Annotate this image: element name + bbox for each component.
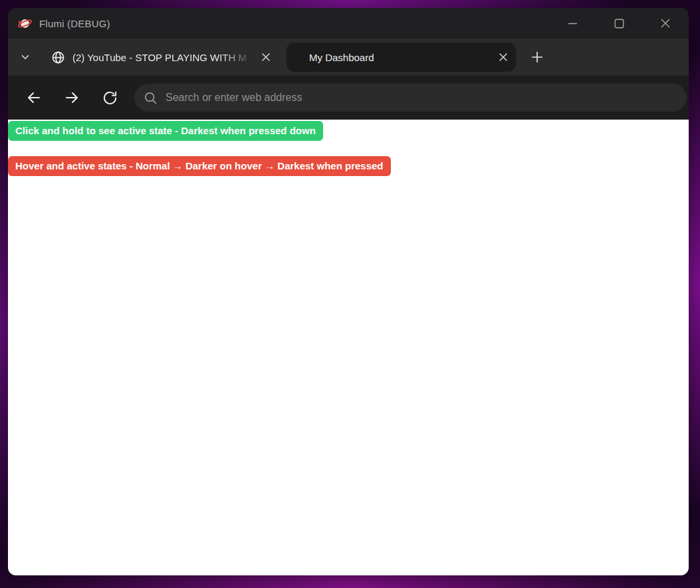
forward-button[interactable] xyxy=(57,83,86,112)
maximize-button[interactable] xyxy=(596,8,642,39)
close-tab-button[interactable] xyxy=(257,49,275,66)
new-tab-button[interactable] xyxy=(523,43,552,72)
tab-bar: (2) YouTube - STOP PLAYING WITH M My Das… xyxy=(8,39,689,76)
planet-logo-icon xyxy=(17,16,33,31)
browser-window: Flumi (DEBUG) xyxy=(8,8,689,575)
tab-overflow-button[interactable] xyxy=(11,43,40,72)
close-icon xyxy=(261,52,271,62)
tab-youtube[interactable]: (2) YouTube - STOP PLAYING WITH M xyxy=(43,43,280,72)
hover-state-demo-button[interactable]: Hover and active states - Normal → Darke… xyxy=(8,156,391,176)
title-bar: Flumi (DEBUG) xyxy=(8,8,689,39)
globe-icon xyxy=(51,50,65,64)
plus-icon xyxy=(530,50,544,64)
search-icon xyxy=(144,91,158,105)
address-bar[interactable] xyxy=(134,84,687,112)
page-content: Click and hold to see active state - Dar… xyxy=(8,120,689,575)
window-title: Flumi (DEBUG) xyxy=(39,18,110,29)
tab-my-dashboard[interactable]: My Dashboard xyxy=(287,43,516,72)
arrow-left-icon xyxy=(26,90,42,106)
search-input[interactable] xyxy=(166,92,675,104)
window-controls xyxy=(549,8,689,39)
back-button[interactable] xyxy=(19,83,49,112)
chevron-down-icon xyxy=(19,51,31,63)
reload-icon xyxy=(102,90,118,106)
minimize-icon xyxy=(568,19,578,29)
reload-button[interactable] xyxy=(95,83,124,112)
tab-title: My Dashboard xyxy=(309,52,374,63)
navigation-bar xyxy=(8,76,689,120)
close-window-button[interactable] xyxy=(642,8,689,39)
close-icon xyxy=(660,18,671,29)
close-icon xyxy=(499,52,508,62)
maximize-icon xyxy=(614,19,624,29)
arrow-right-icon xyxy=(64,90,80,106)
minimize-button[interactable] xyxy=(549,8,596,39)
close-tab-button[interactable] xyxy=(495,49,512,66)
press-state-demo-button[interactable]: Click and hold to see active state - Dar… xyxy=(8,121,323,141)
tab-title: (2) YouTube - STOP PLAYING WITH M xyxy=(72,52,257,63)
